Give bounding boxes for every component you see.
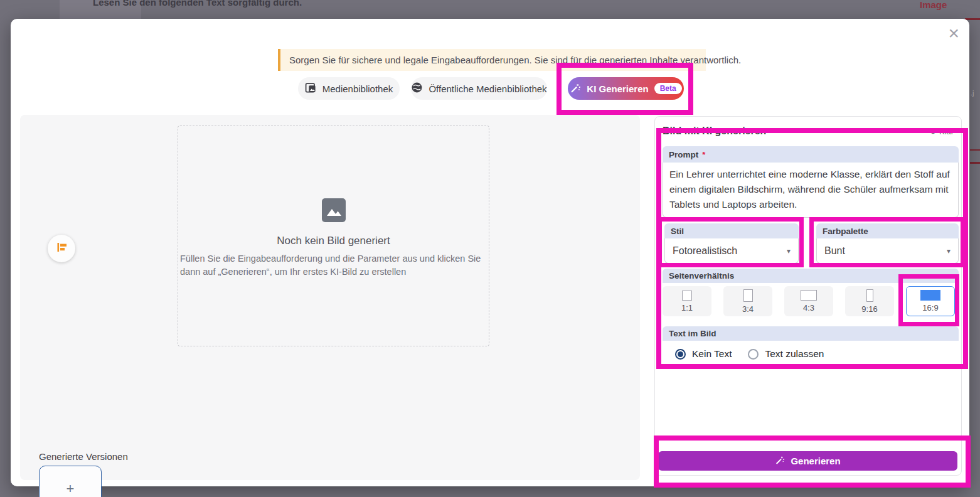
ratio-wide-icon [920,290,940,301]
plus-icon: + [67,482,75,496]
align-left-icon [56,242,68,256]
required-asterisk: * [702,150,705,159]
magic-wand-icon [570,82,581,95]
prompt-input[interactable]: Ein Lehrer unterrichtet eine moderne Kla… [663,163,959,218]
image-placeholder-icon [322,198,346,225]
ratio-square-icon [682,291,692,301]
background-divider [970,149,980,151]
reset-icon: ↺ [930,127,937,136]
ratio-tall-icon [866,289,873,302]
align-options-button[interactable] [48,235,75,262]
aspect-option-1-1[interactable]: 1:1 [663,286,711,316]
aspect-option-4-3[interactable]: 4:3 [784,286,833,316]
background-side-text: .j [971,89,974,97]
globe-icon [411,82,423,95]
generated-versions-label: Generierte Versionen [39,451,128,462]
generate-button[interactable]: Generieren [658,451,957,471]
style-label-bar: Stil [664,223,799,238]
clear-label: Klar [939,127,954,136]
clear-form-button[interactable]: ↺ Klar [930,127,954,136]
style-select[interactable]: Fotorealistisch ▾ [664,238,799,264]
safety-warning-banner: Sorgen Sie für sichere und legale Eingab… [278,49,706,71]
palette-value: Bunt [824,245,845,257]
text-in-image-label-bar: Text im Bild [663,326,959,341]
aspect-option-9-16[interactable]: 9:16 [845,286,894,316]
radio-no-text[interactable]: Kein Text [675,348,732,360]
style-value: Fotorealistisch [673,245,737,257]
radio-unselected-icon [748,349,759,360]
aspect-option-3-4[interactable]: 3:4 [723,286,772,316]
chevron-down-icon: ▾ [947,247,951,255]
preview-panel: Noch kein Bild generiert Füllen Sie die … [20,115,640,480]
chevron-down-icon: ▾ [787,247,791,255]
aspect-option-16-9[interactable]: 16:9 [906,286,955,316]
tab-label: Öffentliche Medienbibliothek [429,83,546,94]
new-version-button[interactable]: + Neu [39,466,102,497]
tab-ai-generate[interactable]: KI Generieren Beta [568,77,684,100]
ratio-portrait-icon [743,289,753,302]
screen: Lesen Sie den folgenden Text sorgfältig … [0,0,980,497]
text-in-image-options: Kein Text Text zulassen [663,341,959,368]
ratio-landscape-icon [801,290,817,301]
radio-allow-text[interactable]: Text zulassen [748,348,824,360]
magic-wand-icon [775,455,785,467]
safety-warning-text: Sorgen Sie für sichere und legale Eingab… [289,55,741,65]
background-image-label: Image [920,0,947,10]
generate-label: Generieren [791,456,840,466]
background-divider [970,162,980,164]
tab-label: KI Generieren [587,83,648,94]
tab-media-library[interactable]: Medienbibliothek [298,77,400,100]
empty-state-description: Füllen Sie die Eingabeaufforderung und d… [178,252,489,278]
form-title: Bild mit KI generieren [663,126,766,137]
prompt-label-bar: Prompt* [663,146,959,163]
media-picker-modal: × Sorgen Sie für sichere und legale Eing… [11,19,969,486]
radio-selected-icon [675,349,686,360]
media-library-icon [305,82,317,95]
palette-label-bar: Farbpalette [816,223,959,238]
empty-image-placeholder: Noch kein Bild generiert Füllen Sie die … [178,126,489,346]
beta-badge: Beta [654,83,682,94]
empty-state-title: Noch kein Bild generiert [277,235,390,247]
aspect-ratio-label-bar: Seitenverhältnis [663,269,959,283]
ai-generation-form: Bild mit KI generieren ↺ Klar Prompt* Ei… [654,116,962,476]
background-instruction-text: Lesen Sie den folgenden Text sorgfältig … [93,0,302,8]
tab-label: Medienbibliothek [322,83,393,94]
tab-public-media-library[interactable]: Öffentliche Medienbibliothek [411,77,547,100]
palette-select[interactable]: Bunt ▾ [816,238,959,264]
close-icon[interactable]: × [948,20,959,46]
